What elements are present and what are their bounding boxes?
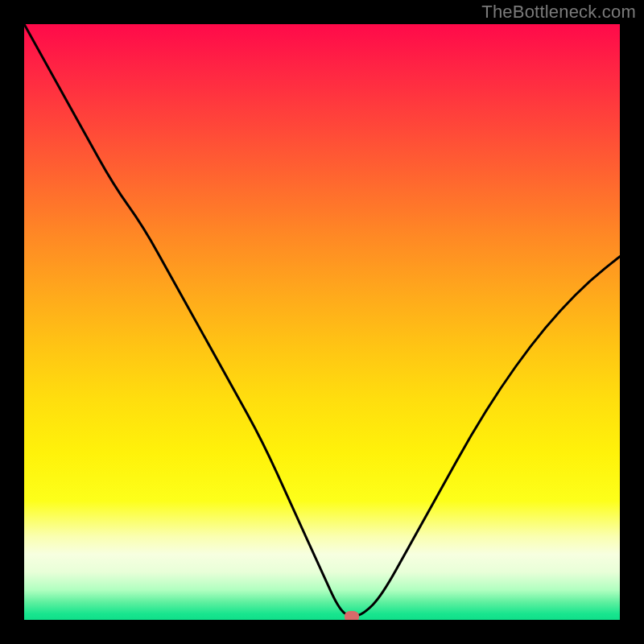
chart-frame: TheBottleneck.com xyxy=(0,0,644,644)
plot-area xyxy=(24,24,620,620)
curve-path xyxy=(24,24,620,616)
curve-svg xyxy=(24,24,620,620)
watermark-text: TheBottleneck.com xyxy=(481,2,636,23)
marker-dot xyxy=(345,611,359,620)
